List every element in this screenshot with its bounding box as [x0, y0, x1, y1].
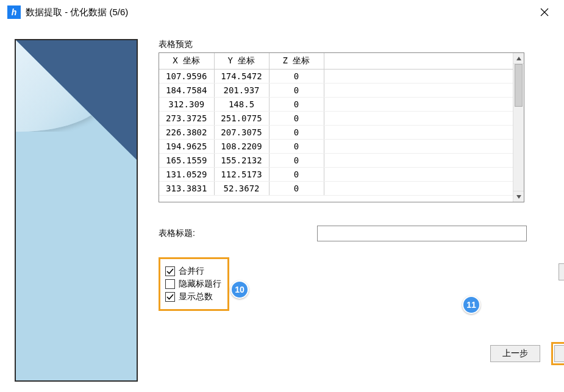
dialog-body: 表格预览 X 坐标 Y 坐标 Z 坐标 107.9596174.5472018 [0, 24, 564, 392]
table-cell: 226.3802 [159, 126, 214, 140]
table-cell: 0 [269, 154, 324, 168]
col-header-x[interactable]: X 坐标 [159, 53, 214, 69]
table-cell [324, 154, 513, 168]
table-row[interactable]: 194.9625108.22090 [159, 140, 513, 154]
table-cell: 273.3725 [159, 112, 214, 126]
table-cell: 207.3075 [214, 126, 269, 140]
prev-button[interactable]: 上一步 [490, 345, 540, 362]
checkbox-label: 显示总数 [179, 291, 213, 302]
table-cell [324, 84, 513, 98]
scroll-down-icon[interactable] [513, 191, 524, 202]
table-cell [324, 182, 513, 196]
table-preview: X 坐标 Y 坐标 Z 坐标 107.9596174.54720184.7584… [159, 52, 524, 202]
checkbox-show-total[interactable]: 显示总数 [165, 291, 221, 302]
table-cell: 0 [269, 126, 324, 140]
table-cell: 201.937 [214, 84, 269, 98]
table-title-label: 表格标题: [159, 228, 317, 239]
table-row[interactable]: 131.0529112.51730 [159, 168, 513, 182]
app-icon: h [7, 5, 21, 19]
table-row[interactable]: 312.309148.50 [159, 98, 513, 112]
checkbox-icon [165, 292, 175, 302]
table-cell [324, 112, 513, 126]
table-cell: 0 [269, 168, 324, 182]
col-header-y[interactable]: Y 坐标 [214, 53, 269, 69]
table-cell: 107.9596 [159, 69, 214, 84]
checkbox-icon [165, 279, 175, 289]
table-cell: 0 [269, 140, 324, 154]
window-title: 数据提取 - 优化数据 (5/6) [26, 7, 532, 18]
table-cell: 0 [269, 182, 324, 196]
table-title-row: 表格标题: [159, 226, 549, 241]
wizard-footer: 上一步 下一步 取消 [490, 342, 564, 365]
sort-button-wrap: 列排序选项 [559, 263, 564, 280]
table-cell: 108.2209 [214, 140, 269, 154]
table-cell: 0 [269, 98, 324, 112]
checkbox-hide-header[interactable]: 隐藏标题行 [165, 279, 221, 290]
vertical-scrollbar[interactable] [513, 53, 524, 202]
table-row[interactable]: 184.7584201.9370 [159, 84, 513, 98]
column-sort-options-button[interactable]: 列排序选项 [559, 263, 564, 280]
table-cell: 52.3672 [214, 182, 269, 196]
table-cell [324, 126, 513, 140]
table-cell: 0 [269, 69, 324, 84]
table-cell [324, 98, 513, 112]
table-cell: 174.5472 [214, 69, 269, 84]
table-cell: 312.309 [159, 98, 214, 112]
table-cell: 0 [269, 112, 324, 126]
data-table: X 坐标 Y 坐标 Z 坐标 107.9596174.54720184.7584… [159, 53, 513, 196]
table-cell: 0 [269, 84, 324, 98]
table-row[interactable]: 165.1559155.21320 [159, 154, 513, 168]
table-cell: 148.5 [214, 98, 269, 112]
next-button-highlight: 下一步 [551, 342, 564, 365]
checkbox-merge-rows[interactable]: 合并行 [165, 266, 221, 277]
table-cell [324, 140, 513, 154]
table-cell: 251.0775 [214, 112, 269, 126]
table-cell [324, 168, 513, 182]
table-cell: 184.7584 [159, 84, 214, 98]
table-cell: 313.3831 [159, 182, 214, 196]
scrollbar-thumb[interactable] [515, 64, 523, 107]
col-header-z[interactable]: Z 坐标 [269, 53, 324, 69]
callout-badge-11: 11 [462, 296, 480, 314]
checkbox-label: 隐藏标题行 [179, 279, 221, 290]
table-row[interactable]: 226.3802207.30750 [159, 126, 513, 140]
next-button[interactable]: 下一步 [554, 345, 564, 362]
titlebar: h 数据提取 - 优化数据 (5/6) [0, 0, 564, 24]
table-title-input[interactable] [317, 226, 527, 241]
table-scroll-area: X 坐标 Y 坐标 Z 坐标 107.9596174.54720184.7584… [159, 53, 513, 202]
table-row[interactable]: 313.383152.36720 [159, 182, 513, 196]
checkbox-label: 合并行 [179, 266, 204, 277]
table-preview-label: 表格预览 [159, 39, 549, 50]
table-header-row: X 坐标 Y 坐标 Z 坐标 [159, 53, 513, 69]
table-row[interactable]: 273.3725251.07750 [159, 112, 513, 126]
table-cell: 155.2132 [214, 154, 269, 168]
table-cell: 131.0529 [159, 168, 214, 182]
table-row[interactable]: 107.9596174.54720 [159, 69, 513, 84]
dialog-window: h 数据提取 - 优化数据 (5/6) 表格预览 X 坐标 Y 坐标 [0, 0, 564, 392]
col-header-blank[interactable] [324, 53, 513, 69]
page-preview-thumbnail [15, 39, 138, 382]
options-group: 合并行 隐藏标题行 显示总数 [159, 257, 229, 311]
table-cell: 194.9625 [159, 140, 214, 154]
table-cell: 112.5173 [214, 168, 269, 182]
table-cell [324, 69, 513, 84]
callout-badge-10: 10 [230, 280, 249, 299]
checkbox-icon [165, 266, 175, 276]
scroll-up-icon[interactable] [513, 53, 524, 64]
table-cell: 165.1559 [159, 154, 214, 168]
right-panel: 表格预览 X 坐标 Y 坐标 Z 坐标 107.9596174.5472018 [159, 39, 549, 392]
close-icon[interactable] [532, 0, 557, 24]
